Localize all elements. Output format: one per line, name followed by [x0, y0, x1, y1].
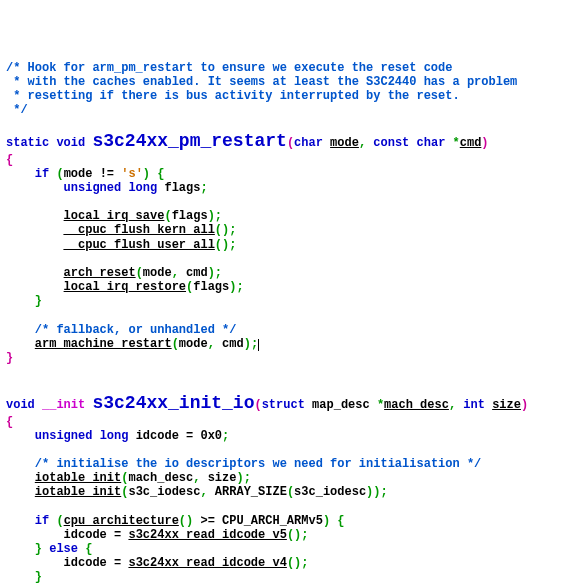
arg-mode: mode	[179, 337, 208, 351]
semi: ;	[229, 238, 236, 252]
comment-line: * with the caches enabled. It seems at l…	[6, 75, 517, 89]
arg-mode: mode	[143, 266, 172, 280]
type-long: long	[128, 181, 157, 195]
call-cpu-architecture: cpu_architecture	[64, 514, 179, 528]
op-eq: =	[114, 556, 121, 570]
paren: )	[521, 398, 528, 412]
paren: (	[56, 514, 63, 528]
comma: ,	[200, 485, 207, 499]
arg-s3c-iodesc: s3c_iodesc	[294, 485, 366, 499]
keyword-const: const	[373, 136, 409, 150]
comma: ,	[359, 136, 366, 150]
var-idcode: idcode	[136, 429, 179, 443]
comma: ,	[208, 337, 215, 351]
paren: )	[143, 167, 150, 181]
brace: {	[6, 153, 13, 167]
call-iotable-init: iotable_init	[35, 471, 121, 485]
call-read-idcode-v5: s3c24xx_read_idcode_v5	[128, 528, 286, 542]
comment-init: /* initialise the io descriptors we need…	[35, 457, 481, 471]
var-mode: mode	[64, 167, 93, 181]
semi: ;	[244, 471, 251, 485]
semi: ;	[381, 485, 388, 499]
var-idcode: idcode	[64, 556, 107, 570]
keyword-if: if	[35, 167, 49, 181]
comma: ,	[193, 471, 200, 485]
macro-array-size: ARRAY_SIZE	[215, 485, 287, 499]
type-char: char	[417, 136, 446, 150]
fn-name: s3c24xx_init_io	[92, 393, 254, 413]
hex-zero: 0x0	[200, 429, 222, 443]
type-void: void	[56, 136, 85, 150]
type-unsigned: unsigned	[35, 429, 93, 443]
op-eq: =	[179, 429, 201, 443]
paren: ()	[179, 514, 193, 528]
paren: (	[172, 337, 179, 351]
paren: )	[481, 136, 488, 150]
paren: (	[254, 398, 261, 412]
brace: {	[157, 167, 164, 181]
param-size: size	[492, 398, 521, 412]
semi: ;	[215, 209, 222, 223]
semi: ;	[236, 280, 243, 294]
arg-s3c-iodesc: s3c_iodesc	[128, 485, 200, 499]
call-local-irq-restore: local_irq_restore	[64, 280, 186, 294]
type-long: long	[100, 429, 129, 443]
type-int: int	[463, 398, 485, 412]
paren: (	[164, 209, 171, 223]
arg-cmd: cmd	[186, 266, 208, 280]
arg-cmd: cmd	[222, 337, 244, 351]
call-arm-machine-restart: arm_machine_restart	[35, 337, 172, 351]
semi: ;	[215, 266, 222, 280]
call-arch-reset: arch_reset	[64, 266, 136, 280]
brace: }	[35, 570, 42, 584]
paren: (	[287, 485, 294, 499]
type-unsigned: unsigned	[64, 181, 122, 195]
paren: )	[236, 471, 243, 485]
paren: )	[208, 209, 215, 223]
type-char: char	[294, 136, 323, 150]
attr-init: __init	[42, 398, 85, 412]
paren: )	[208, 266, 215, 280]
call-local-irq-save: local_irq_save	[64, 209, 165, 223]
semi: ;	[222, 429, 229, 443]
type-map-desc: map_desc	[312, 398, 370, 412]
arg-size: size	[208, 471, 237, 485]
keyword-static: static	[6, 136, 49, 150]
semi: ;	[200, 181, 207, 195]
paren: )	[244, 337, 251, 351]
comment-line: */	[6, 103, 28, 117]
keyword-if: if	[35, 514, 49, 528]
semi: ;	[251, 337, 258, 351]
var-flags: flags	[164, 181, 200, 195]
type-void: void	[6, 398, 35, 412]
paren: ()	[287, 556, 301, 570]
arg-mach-desc: mach_desc	[128, 471, 193, 485]
text-cursor	[258, 339, 259, 351]
comma: ,	[172, 266, 179, 280]
call-read-idcode-v4: s3c24xx_read_idcode_v4	[128, 556, 286, 570]
comment-line: /* Hook for arm_pm_restart to ensure we …	[6, 61, 452, 75]
semi: ;	[301, 528, 308, 542]
brace: {	[6, 415, 13, 429]
char-literal: 's'	[121, 167, 143, 181]
call-cpuc-flush-user: __cpuc_flush_user_all	[64, 238, 215, 252]
keyword-struct: struct	[262, 398, 305, 412]
op-eq: =	[114, 528, 121, 542]
var-idcode: idcode	[64, 528, 107, 542]
call-iotable-init: iotable_init	[35, 485, 121, 499]
op-ne: !=	[92, 167, 121, 181]
keyword-else: else	[49, 542, 78, 556]
comment-fallback: /* fallback, or unhandled */	[35, 323, 237, 337]
paren: ()	[215, 223, 229, 237]
call-cpuc-flush-kern: __cpuc_flush_kern_all	[64, 223, 215, 237]
arg-flags: flags	[172, 209, 208, 223]
paren: ()	[287, 528, 301, 542]
param-cmd: cmd	[460, 136, 482, 150]
paren: (	[287, 136, 294, 150]
brace: }	[6, 351, 13, 365]
semi: ;	[301, 556, 308, 570]
brace: }	[35, 294, 42, 308]
paren: (	[136, 266, 143, 280]
comma: ,	[449, 398, 456, 412]
brace: {	[85, 542, 92, 556]
